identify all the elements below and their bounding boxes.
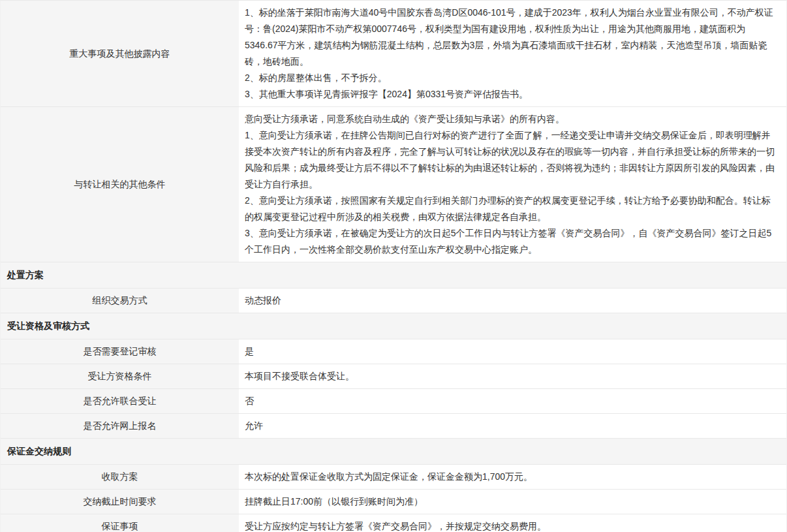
- row-label: 组织交易方式: [1, 289, 239, 313]
- table-row-trade-method: 组织交易方式 动态报价: [1, 289, 786, 313]
- section-header-disposal-plan: 处置方案: [1, 262, 786, 289]
- row-label: 重大事项及其他披露内容: [1, 1, 239, 106]
- row-value: 挂牌截止日17:00前（以银行到账时间为准）: [239, 490, 786, 514]
- row-value: 允许: [239, 414, 786, 438]
- row-value: 受让方应按约定与转让方签署《资产交易合同》，并按规定交纳交易费用。: [239, 514, 786, 532]
- table-row-joint-transfer: 是否允许联合受让 否: [1, 389, 786, 414]
- table-row-major-matters: 重大事项及其他披露内容 1、标的坐落于莱阳市南海大道40号中国胶东香岛湾D区00…: [1, 1, 786, 107]
- row-label: 是否需要登记审核: [1, 339, 239, 364]
- section-header-deposit-rules: 保证金交纳规则: [1, 439, 786, 465]
- table-row-collection-plan: 收取方案 本次标的处置保证金收取方式为固定保证金，保证金金额为1,700万元。: [1, 465, 786, 490]
- row-value: 本次标的处置保证金收取方式为固定保证金，保证金金额为1,700万元。: [239, 465, 786, 489]
- table-row-payment-deadline: 交纳截止时间要求 挂牌截止日17:00前（以银行到账时间为准）: [1, 490, 786, 514]
- section-title: 保证金交纳规则: [1, 439, 786, 464]
- row-value: 是: [239, 339, 786, 364]
- section-title: 受让资格及审核方式: [1, 313, 786, 339]
- row-label: 与转让相关的其他条件: [1, 107, 239, 262]
- row-value: 本项目不接受联合体受让。: [239, 364, 786, 388]
- section-title: 处置方案: [1, 262, 786, 288]
- row-label: 是否允许联合受让: [1, 389, 239, 413]
- table-row-transferee-conditions: 受让方资格条件 本项目不接受联合体受让。: [1, 364, 786, 389]
- row-value: 意向受让方须承诺，同意系统自动生成的《资产受让须知与承诺》的所有内容。 1、意向…: [239, 107, 786, 262]
- table-row-online-signup: 是否允许网上报名 允许: [1, 414, 786, 439]
- table-row-transfer-conditions: 与转让相关的其他条件 意向受让方须承诺，同意系统自动生成的《资产受让须知与承诺》…: [1, 107, 786, 262]
- disclosure-table: 重大事项及其他披露内容 1、标的坐落于莱阳市南海大道40号中国胶东香岛湾D区00…: [0, 0, 787, 532]
- row-label: 保证事项: [1, 514, 239, 532]
- row-label: 受让方资格条件: [1, 364, 239, 388]
- row-value: 1、标的坐落于莱阳市南海大道40号中国胶东香岛湾D区0046-101号，建成于2…: [239, 1, 786, 106]
- row-label: 交纳截止时间要求: [1, 490, 239, 514]
- section-header-transferee-qualification: 受让资格及审核方式: [1, 313, 786, 339]
- row-label: 收取方案: [1, 465, 239, 489]
- row-value: 动态报价: [239, 289, 786, 313]
- table-row-registration-review: 是否需要登记审核 是: [1, 339, 786, 364]
- row-value: 否: [239, 389, 786, 413]
- table-row-guarantee-matters: 保证事项 受让方应按约定与转让方签署《资产交易合同》，并按规定交纳交易费用。: [1, 514, 786, 532]
- row-label: 是否允许网上报名: [1, 414, 239, 438]
